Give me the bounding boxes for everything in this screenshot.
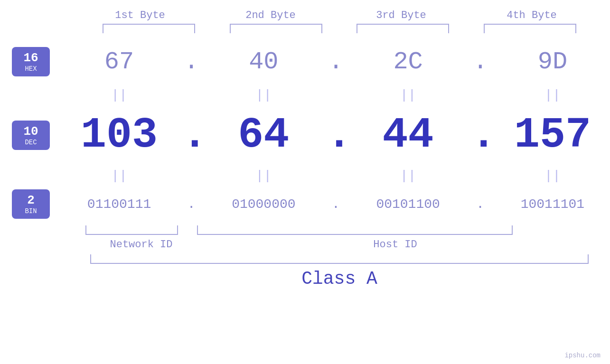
hex-row: 16 HEX 67 . 40 . 2C . 9D	[0, 38, 610, 85]
bin-val-4: 10011101	[500, 197, 605, 212]
equals-2-values: || || || ||	[62, 166, 610, 185]
bottom-brackets	[85, 225, 593, 235]
eq2-3: ||	[356, 168, 460, 183]
hex-label-col: 16 HEX	[0, 38, 62, 85]
dot-2: .	[326, 48, 345, 76]
byte3-header: 3rd Byte	[349, 9, 453, 21]
bin-num: 2	[19, 193, 43, 207]
dot-3: .	[471, 48, 490, 76]
top-brackets	[85, 24, 593, 33]
watermark: ipshu.com	[564, 352, 601, 359]
bracket-top-4	[484, 24, 576, 33]
bin-badge: 2 BIN	[12, 189, 50, 219]
dot-dec-1: .	[182, 111, 201, 159]
equals-1-values: || || || ||	[62, 85, 610, 104]
hex-val-3: 2C	[356, 48, 460, 76]
id-labels: Network ID Host ID	[85, 239, 593, 251]
dec-label-col: 10 DEC	[0, 104, 62, 166]
equals-row-2: || || || ||	[0, 166, 610, 185]
bracket-top-3	[357, 24, 449, 33]
eq2-2: ||	[211, 168, 316, 183]
bracket-top-2	[230, 24, 322, 33]
class-label: Class A	[90, 269, 589, 289]
bin-name: BIN	[19, 207, 43, 215]
bin-val-3: 00101100	[356, 197, 460, 212]
dot-bin-1: .	[182, 197, 201, 212]
main-container: 1st Byte 2nd Byte 3rd Byte 4th Byte 16 H…	[0, 0, 610, 364]
bracket-network	[85, 225, 178, 235]
dec-val-3: 44	[356, 111, 460, 159]
bin-row: 2 BIN 01100111 . 01000000 . 00101100 . 1…	[0, 185, 610, 223]
equals-row-1: || || || ||	[0, 85, 610, 104]
dec-name: DEC	[19, 139, 43, 146]
bracket-top-1	[103, 24, 195, 33]
dot-bin-2: .	[326, 197, 345, 212]
eq-2: ||	[211, 88, 316, 103]
bin-values: 01100111 . 01000000 . 00101100 . 1001110…	[62, 185, 610, 223]
dot-dec-3: .	[471, 111, 490, 159]
bin-label-col: 2 BIN	[0, 185, 62, 223]
bin-val-2: 01000000	[211, 197, 316, 212]
dec-row: 10 DEC 103 . 64 . 44 . 157	[0, 104, 610, 166]
eq2-1: ||	[67, 168, 171, 183]
bracket-host	[197, 225, 513, 235]
eq-1: ||	[67, 88, 171, 103]
eq-4: ||	[500, 88, 605, 103]
dec-values: 103 . 64 . 44 . 157	[62, 104, 610, 166]
dec-val-2: 64	[211, 111, 316, 159]
dec-val-1: 103	[67, 111, 171, 159]
host-id-label: Host ID	[197, 239, 593, 251]
dec-badge: 10 DEC	[12, 121, 50, 150]
eq2-4: ||	[500, 168, 605, 183]
bin-val-1: 01100111	[67, 197, 171, 212]
network-id-label: Network ID	[85, 239, 197, 251]
dot-1: .	[182, 48, 201, 76]
byte4-header: 4th Byte	[479, 9, 584, 21]
eq-3: ||	[356, 88, 460, 103]
hex-values: 67 . 40 . 2C . 9D	[62, 38, 610, 85]
hex-num: 16	[19, 51, 43, 65]
dot-dec-2: .	[326, 111, 345, 159]
dot-bin-3: .	[471, 197, 490, 212]
hex-val-2: 40	[211, 48, 316, 76]
hex-val-4: 9D	[500, 48, 605, 76]
byte-headers: 1st Byte 2nd Byte 3rd Byte 4th Byte	[75, 9, 597, 21]
byte2-header: 2nd Byte	[218, 9, 323, 21]
hex-badge: 16 HEX	[12, 47, 50, 76]
class-bracket	[90, 254, 589, 264]
hex-val-1: 67	[67, 48, 171, 76]
class-section: Class A	[90, 254, 589, 289]
dec-num: 10	[19, 124, 43, 139]
dec-val-4: 157	[500, 111, 605, 159]
byte1-header: 1st Byte	[88, 9, 192, 21]
hex-name: HEX	[19, 65, 43, 73]
